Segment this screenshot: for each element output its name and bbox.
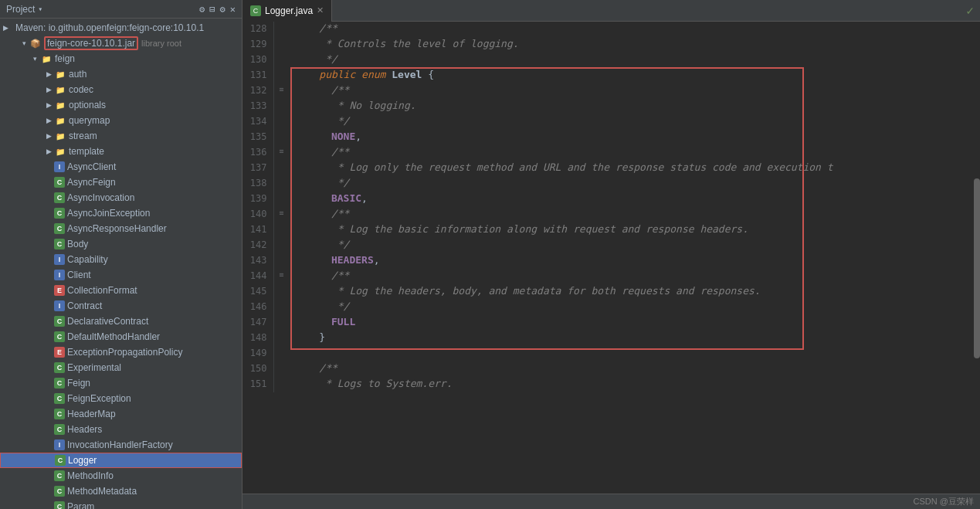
line-gutter xyxy=(273,315,289,331)
line-gutter: ≡ xyxy=(273,145,289,161)
collapse-icon[interactable]: ⊟ xyxy=(209,4,215,15)
project-panel: Project ▾ ⚙ ⊟ ⚙ ✕ ▶ Maven: io.github.ope… xyxy=(0,0,242,509)
tree-item-defaultmethodhandler[interactable]: C DefaultMethodHandler xyxy=(0,329,242,344)
client-label: Client xyxy=(67,270,91,280)
client-icon: I xyxy=(54,270,65,280)
tree-item-asyncclient[interactable]: I AsyncClient xyxy=(0,159,242,175)
tree-item-capability[interactable]: I Capability xyxy=(0,252,242,267)
codec-label: codec xyxy=(69,84,93,95)
feign-core-jar-item[interactable]: ▾ 📦 feign-core-10.10.1.jar library root xyxy=(0,36,242,51)
tree-item-methodinfo[interactable]: C MethodInfo xyxy=(0,468,242,484)
scrollbar-thumb[interactable] xyxy=(974,178,980,358)
line-code: /** xyxy=(289,361,980,377)
tree-item-client[interactable]: I Client xyxy=(0,267,242,283)
line-gutter xyxy=(273,346,289,361)
tree-item-feignexception[interactable]: C FeignException xyxy=(0,391,242,406)
tree-item-param[interactable]: C Param xyxy=(0,499,242,509)
line-number: 144 xyxy=(242,269,273,284)
line-gutter xyxy=(273,300,289,315)
tree-item-feign[interactable]: ▾ 📁 feign xyxy=(0,51,242,66)
code-wrapper: 128 /** 129 * Controls the level of logg… xyxy=(242,22,980,392)
maven-root-item[interactable]: ▶ Maven: io.github.openfeign:feign-core:… xyxy=(0,20,242,36)
project-title: Project xyxy=(6,4,35,15)
template-folder-icon: 📁 xyxy=(54,145,66,158)
methodmetadata-label: MethodMetadata xyxy=(67,486,137,497)
feign-folder-icon: 📁 xyxy=(40,53,53,65)
tree-item-headermap[interactable]: C HeaderMap xyxy=(0,406,242,422)
querymap-folder-icon: 📁 xyxy=(54,114,66,127)
gear-icon[interactable]: ⚙ xyxy=(220,4,226,15)
project-header[interactable]: Project ▾ ⚙ ⊟ ⚙ ✕ xyxy=(0,0,242,19)
settings-icon[interactable]: ⚙ xyxy=(199,4,205,15)
param-icon: C xyxy=(54,501,65,509)
headermap-icon: C xyxy=(54,409,65,419)
tree-item-optionals[interactable]: ▶ 📁 optionals xyxy=(0,97,242,113)
defaultmethodhandler-label: DefaultMethodHandler xyxy=(67,331,160,342)
line-code: * Log the basic information along with r… xyxy=(289,222,980,238)
line-number: 140 xyxy=(242,207,273,222)
optionals-label: optionals xyxy=(69,100,106,110)
tree-item-headers[interactable]: C Headers xyxy=(0,422,242,437)
tree-item-stream[interactable]: ▶ 📁 stream xyxy=(0,128,242,144)
tab-close-button[interactable]: ✕ xyxy=(317,5,324,15)
line-code: */ xyxy=(289,114,980,130)
code-line-130: 130 */ xyxy=(242,53,980,68)
template-label: template xyxy=(69,146,104,157)
line-number: 134 xyxy=(242,114,273,130)
contract-icon: I xyxy=(54,300,65,311)
feign-arrow-icon: ▾ xyxy=(29,55,40,63)
close-icon[interactable]: ✕ xyxy=(230,4,236,15)
body-label: Body xyxy=(67,239,88,249)
tree-item-exceptionpropagationpolicy[interactable]: E ExceptionPropagationPolicy xyxy=(0,344,242,360)
asyncinvocation-icon: C xyxy=(54,192,65,203)
line-gutter xyxy=(273,176,289,192)
logger-icon: C xyxy=(55,455,66,466)
codec-arrow-icon: ▶ xyxy=(43,86,54,93)
tree-item-feign-class[interactable]: C Feign xyxy=(0,375,242,391)
defaultmethodhandler-icon: C xyxy=(54,331,65,342)
code-line-135: 135 NONE, xyxy=(242,130,980,145)
tree-item-codec[interactable]: ▶ 📁 codec xyxy=(0,82,242,97)
declarativecontract-icon: C xyxy=(54,316,65,327)
code-line-151: 151 * Logs to System.err. xyxy=(242,377,980,392)
tree-item-collectionformat[interactable]: E CollectionFormat xyxy=(0,283,242,298)
line-gutter xyxy=(273,68,289,83)
line-gutter xyxy=(273,99,289,114)
tree-item-invocationhandlerfactory[interactable]: I InvocationHandlerFactory xyxy=(0,437,242,453)
line-code: } xyxy=(289,331,980,346)
code-line-143: 143 HEADERS, xyxy=(242,253,980,269)
tree-item-declarativecontract[interactable]: C DeclarativeContract xyxy=(0,314,242,329)
tree-item-querymap[interactable]: ▶ 📁 querymap xyxy=(0,113,242,128)
collectionformat-icon: E xyxy=(54,285,65,296)
project-chevron-icon: ▾ xyxy=(38,5,42,13)
stream-label: stream xyxy=(69,131,97,141)
tree-item-asyncfeign[interactable]: C AsyncFeign xyxy=(0,175,242,190)
tree-item-asyncresponsehandler[interactable]: C AsyncResponseHandler xyxy=(0,221,242,236)
tree-item-logger[interactable]: C Logger xyxy=(0,453,242,468)
tree-item-experimental[interactable]: C Experimental xyxy=(0,360,242,375)
line-code: */ xyxy=(289,238,980,253)
vertical-scrollbar[interactable] xyxy=(974,43,980,494)
line-code: NONE, xyxy=(289,130,980,145)
jar-icon: 📦 xyxy=(29,37,42,49)
headermap-label: HeaderMap xyxy=(67,409,116,419)
tree-item-template[interactable]: ▶ 📁 template xyxy=(0,144,242,159)
line-code: BASIC, xyxy=(289,192,980,207)
tree-item-asyncjoinexception[interactable]: C AsyncJoinException xyxy=(0,205,242,221)
tree-item-asyncinvocation[interactable]: C AsyncInvocation xyxy=(0,190,242,205)
line-code: public enum Level { xyxy=(289,68,980,83)
line-gutter xyxy=(273,114,289,130)
tree-item-methodmetadata[interactable]: C MethodMetadata xyxy=(0,484,242,499)
tree-item-auth[interactable]: ▶ 📁 auth xyxy=(0,66,242,82)
tree-item-contract[interactable]: I Contract xyxy=(0,298,242,314)
code-line-141: 141 * Log the basic information along wi… xyxy=(242,222,980,238)
code-editor[interactable]: 128 /** 129 * Controls the level of logg… xyxy=(242,22,980,494)
line-number: 128 xyxy=(242,22,273,37)
line-code: HEADERS, xyxy=(289,253,980,269)
line-number: 143 xyxy=(242,253,273,269)
logger-tab[interactable]: C Logger.java ✕ xyxy=(242,0,332,22)
capability-label: Capability xyxy=(67,254,108,265)
asyncclient-icon: I xyxy=(54,161,65,172)
line-gutter xyxy=(273,22,289,37)
tree-item-body[interactable]: C Body xyxy=(0,236,242,252)
